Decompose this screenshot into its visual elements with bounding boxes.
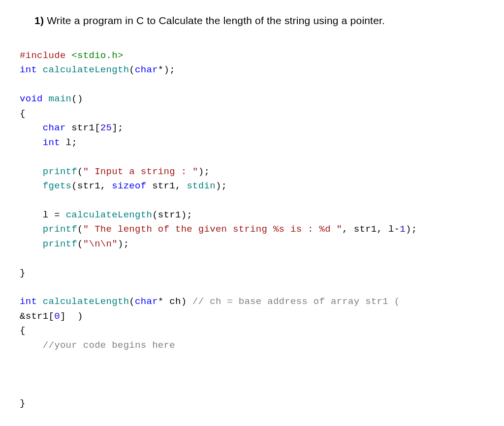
keyword-int: int — [43, 137, 60, 148]
punc: ( — [77, 239, 83, 249]
question-text: 1) Write a program in C to Calculate the… — [34, 15, 484, 27]
brace-open: { — [20, 325, 26, 336]
func-printf: printf — [43, 224, 77, 235]
brace-open: { — [20, 108, 26, 119]
code-block: #include <stdio.h> int calculateLength(c… — [20, 49, 484, 411]
punc: , str1, l- — [342, 224, 400, 235]
number-0: 0 — [54, 311, 60, 322]
punc: ); — [216, 181, 227, 191]
punc: &str1[ — [20, 311, 54, 322]
punc: ]; — [112, 122, 123, 133]
punc: () — [71, 93, 83, 104]
punc: [ — [94, 122, 100, 133]
punc: ] ) — [60, 311, 83, 322]
punc: str1, — [146, 181, 187, 191]
comment-begin: //your code begins here — [43, 340, 175, 351]
header-string: <stdio.h> — [66, 50, 124, 61]
punc: ( — [129, 296, 135, 307]
func-main: main — [43, 93, 72, 104]
brace-close: } — [20, 268, 26, 278]
brace-close: } — [20, 398, 26, 409]
punc: ); — [118, 239, 129, 249]
number-1: 1 — [400, 224, 406, 235]
punc: ( — [129, 64, 135, 75]
keyword-char: char — [135, 296, 158, 307]
keyword-char: char — [135, 64, 158, 75]
string-literal: " The length of the given string %s is :… — [83, 224, 343, 235]
number-25: 25 — [100, 122, 112, 133]
stdin: stdin — [187, 181, 216, 191]
keyword-int: int — [20, 296, 37, 307]
comment: // ch = base address of array str1 ( — [192, 296, 406, 307]
func-prototype: calculateLength — [37, 64, 129, 75]
string-literal: " Input a string : " — [83, 166, 198, 177]
punc: (str1, — [71, 181, 112, 191]
func-printf: printf — [43, 166, 77, 177]
var-l: l; — [60, 137, 77, 148]
punc: ); — [406, 224, 417, 235]
keyword-int: int — [20, 64, 37, 75]
punc: ); — [198, 166, 210, 177]
punc: ( — [77, 224, 83, 235]
punc: *); — [158, 64, 175, 75]
func-fgets: fgets — [43, 181, 72, 191]
punc: ( — [77, 166, 83, 177]
keyword-char: char — [43, 122, 66, 133]
func-def: calculateLength — [37, 296, 129, 307]
punc: (str1); — [152, 210, 192, 220]
string-literal: "\n\n" — [83, 239, 118, 249]
func-printf: printf — [43, 239, 77, 249]
punc: * ch) — [158, 296, 192, 307]
keyword-void: void — [20, 93, 43, 104]
assign-l: l = — [20, 210, 66, 220]
keyword-sizeof: sizeof — [112, 181, 146, 191]
func-call: calculateLength — [66, 210, 153, 220]
var-str1: str1 — [66, 122, 95, 133]
preprocessor: #include — [20, 50, 66, 61]
